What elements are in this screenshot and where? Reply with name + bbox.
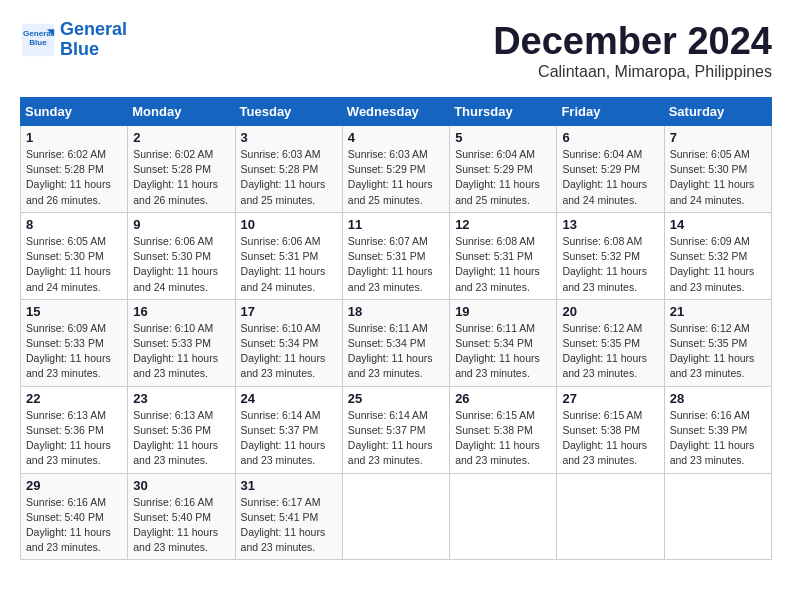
calendar-cell: 13Sunrise: 6:08 AMSunset: 5:32 PMDayligh…	[557, 212, 664, 299]
header-friday: Friday	[557, 98, 664, 126]
day-info: Sunrise: 6:02 AMSunset: 5:28 PMDaylight:…	[26, 147, 122, 208]
day-number: 15	[26, 304, 122, 319]
day-number: 18	[348, 304, 444, 319]
day-number: 5	[455, 130, 551, 145]
title-area: December 2024 Calintaan, Mimaropa, Phili…	[493, 20, 772, 81]
calendar-cell: 24Sunrise: 6:14 AMSunset: 5:37 PMDayligh…	[235, 386, 342, 473]
day-number: 3	[241, 130, 337, 145]
logo: General Blue GeneralBlue	[20, 20, 127, 60]
calendar-cell: 11Sunrise: 6:07 AMSunset: 5:31 PMDayligh…	[342, 212, 449, 299]
day-info: Sunrise: 6:04 AMSunset: 5:29 PMDaylight:…	[455, 147, 551, 208]
calendar-cell: 22Sunrise: 6:13 AMSunset: 5:36 PMDayligh…	[21, 386, 128, 473]
day-number: 1	[26, 130, 122, 145]
calendar-cell: 4Sunrise: 6:03 AMSunset: 5:29 PMDaylight…	[342, 126, 449, 213]
day-number: 9	[133, 217, 229, 232]
calendar-cell	[664, 473, 771, 560]
day-info: Sunrise: 6:11 AMSunset: 5:34 PMDaylight:…	[348, 321, 444, 382]
day-info: Sunrise: 6:06 AMSunset: 5:31 PMDaylight:…	[241, 234, 337, 295]
day-number: 13	[562, 217, 658, 232]
day-info: Sunrise: 6:15 AMSunset: 5:38 PMDaylight:…	[562, 408, 658, 469]
calendar-cell: 6Sunrise: 6:04 AMSunset: 5:29 PMDaylight…	[557, 126, 664, 213]
day-info: Sunrise: 6:08 AMSunset: 5:32 PMDaylight:…	[562, 234, 658, 295]
month-title: December 2024	[493, 20, 772, 63]
day-info: Sunrise: 6:04 AMSunset: 5:29 PMDaylight:…	[562, 147, 658, 208]
day-number: 12	[455, 217, 551, 232]
day-info: Sunrise: 6:16 AMSunset: 5:40 PMDaylight:…	[133, 495, 229, 556]
day-info: Sunrise: 6:03 AMSunset: 5:28 PMDaylight:…	[241, 147, 337, 208]
calendar-cell: 21Sunrise: 6:12 AMSunset: 5:35 PMDayligh…	[664, 299, 771, 386]
calendar-cell: 5Sunrise: 6:04 AMSunset: 5:29 PMDaylight…	[450, 126, 557, 213]
header-row: SundayMondayTuesdayWednesdayThursdayFrid…	[21, 98, 772, 126]
day-info: Sunrise: 6:07 AMSunset: 5:31 PMDaylight:…	[348, 234, 444, 295]
day-info: Sunrise: 6:11 AMSunset: 5:34 PMDaylight:…	[455, 321, 551, 382]
day-info: Sunrise: 6:12 AMSunset: 5:35 PMDaylight:…	[562, 321, 658, 382]
day-number: 25	[348, 391, 444, 406]
day-number: 20	[562, 304, 658, 319]
calendar-table: SundayMondayTuesdayWednesdayThursdayFrid…	[20, 97, 772, 560]
svg-text:General: General	[23, 29, 53, 38]
day-info: Sunrise: 6:03 AMSunset: 5:29 PMDaylight:…	[348, 147, 444, 208]
header-wednesday: Wednesday	[342, 98, 449, 126]
calendar-cell: 14Sunrise: 6:09 AMSunset: 5:32 PMDayligh…	[664, 212, 771, 299]
day-number: 10	[241, 217, 337, 232]
day-number: 16	[133, 304, 229, 319]
calendar-cell: 26Sunrise: 6:15 AMSunset: 5:38 PMDayligh…	[450, 386, 557, 473]
day-number: 11	[348, 217, 444, 232]
day-info: Sunrise: 6:13 AMSunset: 5:36 PMDaylight:…	[26, 408, 122, 469]
week-row-2: 8Sunrise: 6:05 AMSunset: 5:30 PMDaylight…	[21, 212, 772, 299]
day-info: Sunrise: 6:16 AMSunset: 5:40 PMDaylight:…	[26, 495, 122, 556]
day-number: 23	[133, 391, 229, 406]
calendar-cell	[557, 473, 664, 560]
calendar-cell: 1Sunrise: 6:02 AMSunset: 5:28 PMDaylight…	[21, 126, 128, 213]
day-info: Sunrise: 6:10 AMSunset: 5:34 PMDaylight:…	[241, 321, 337, 382]
day-info: Sunrise: 6:08 AMSunset: 5:31 PMDaylight:…	[455, 234, 551, 295]
day-number: 17	[241, 304, 337, 319]
calendar-cell: 18Sunrise: 6:11 AMSunset: 5:34 PMDayligh…	[342, 299, 449, 386]
day-number: 24	[241, 391, 337, 406]
day-number: 29	[26, 478, 122, 493]
day-info: Sunrise: 6:14 AMSunset: 5:37 PMDaylight:…	[241, 408, 337, 469]
calendar-cell: 30Sunrise: 6:16 AMSunset: 5:40 PMDayligh…	[128, 473, 235, 560]
day-number: 19	[455, 304, 551, 319]
calendar-cell: 31Sunrise: 6:17 AMSunset: 5:41 PMDayligh…	[235, 473, 342, 560]
header-sunday: Sunday	[21, 98, 128, 126]
day-number: 30	[133, 478, 229, 493]
day-number: 8	[26, 217, 122, 232]
logo-text: GeneralBlue	[60, 20, 127, 60]
day-number: 26	[455, 391, 551, 406]
day-info: Sunrise: 6:10 AMSunset: 5:33 PMDaylight:…	[133, 321, 229, 382]
week-row-1: 1Sunrise: 6:02 AMSunset: 5:28 PMDaylight…	[21, 126, 772, 213]
day-number: 22	[26, 391, 122, 406]
calendar-cell: 9Sunrise: 6:06 AMSunset: 5:30 PMDaylight…	[128, 212, 235, 299]
day-number: 6	[562, 130, 658, 145]
calendar-cell: 3Sunrise: 6:03 AMSunset: 5:28 PMDaylight…	[235, 126, 342, 213]
day-info: Sunrise: 6:16 AMSunset: 5:39 PMDaylight:…	[670, 408, 766, 469]
calendar-cell: 27Sunrise: 6:15 AMSunset: 5:38 PMDayligh…	[557, 386, 664, 473]
calendar-cell: 8Sunrise: 6:05 AMSunset: 5:30 PMDaylight…	[21, 212, 128, 299]
day-info: Sunrise: 6:09 AMSunset: 5:33 PMDaylight:…	[26, 321, 122, 382]
week-row-3: 15Sunrise: 6:09 AMSunset: 5:33 PMDayligh…	[21, 299, 772, 386]
day-number: 21	[670, 304, 766, 319]
week-row-5: 29Sunrise: 6:16 AMSunset: 5:40 PMDayligh…	[21, 473, 772, 560]
calendar-cell: 10Sunrise: 6:06 AMSunset: 5:31 PMDayligh…	[235, 212, 342, 299]
header-tuesday: Tuesday	[235, 98, 342, 126]
day-number: 28	[670, 391, 766, 406]
week-row-4: 22Sunrise: 6:13 AMSunset: 5:36 PMDayligh…	[21, 386, 772, 473]
location-title: Calintaan, Mimaropa, Philippines	[493, 63, 772, 81]
day-info: Sunrise: 6:15 AMSunset: 5:38 PMDaylight:…	[455, 408, 551, 469]
calendar-cell: 17Sunrise: 6:10 AMSunset: 5:34 PMDayligh…	[235, 299, 342, 386]
day-info: Sunrise: 6:02 AMSunset: 5:28 PMDaylight:…	[133, 147, 229, 208]
day-info: Sunrise: 6:05 AMSunset: 5:30 PMDaylight:…	[26, 234, 122, 295]
calendar-cell: 19Sunrise: 6:11 AMSunset: 5:34 PMDayligh…	[450, 299, 557, 386]
day-info: Sunrise: 6:13 AMSunset: 5:36 PMDaylight:…	[133, 408, 229, 469]
page-header: General Blue GeneralBlue December 2024 C…	[20, 20, 772, 81]
calendar-cell: 2Sunrise: 6:02 AMSunset: 5:28 PMDaylight…	[128, 126, 235, 213]
day-info: Sunrise: 6:09 AMSunset: 5:32 PMDaylight:…	[670, 234, 766, 295]
day-number: 27	[562, 391, 658, 406]
day-number: 14	[670, 217, 766, 232]
calendar-cell: 25Sunrise: 6:14 AMSunset: 5:37 PMDayligh…	[342, 386, 449, 473]
day-info: Sunrise: 6:14 AMSunset: 5:37 PMDaylight:…	[348, 408, 444, 469]
day-info: Sunrise: 6:05 AMSunset: 5:30 PMDaylight:…	[670, 147, 766, 208]
day-number: 7	[670, 130, 766, 145]
calendar-cell: 20Sunrise: 6:12 AMSunset: 5:35 PMDayligh…	[557, 299, 664, 386]
